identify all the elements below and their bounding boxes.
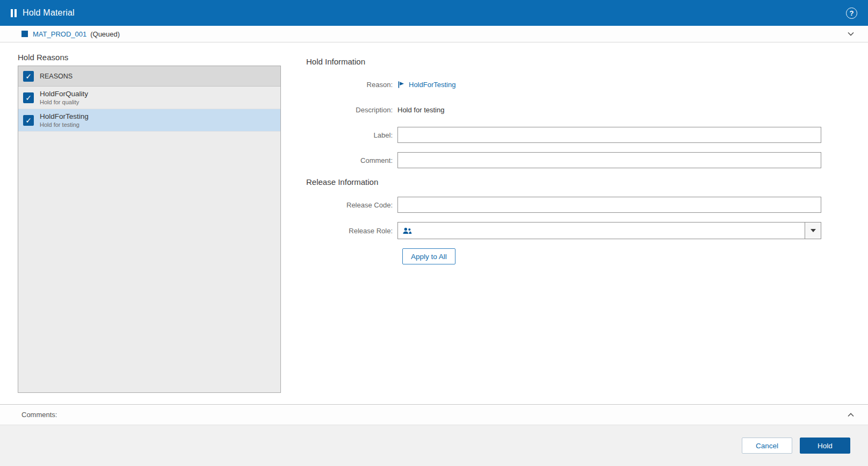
release-information-title: Release Information <box>306 177 868 187</box>
material-icon <box>21 31 28 37</box>
comment-row: Comment: <box>297 152 868 168</box>
pause-icon <box>11 9 17 17</box>
reason-label: Reason: <box>297 81 397 89</box>
help-icon[interactable]: ? <box>846 8 857 19</box>
check-icon: ✓ <box>25 94 32 102</box>
help-glyph: ? <box>850 9 854 17</box>
comments-bar: Comments: <box>0 404 868 425</box>
chevron-up-icon <box>847 411 855 419</box>
release-role-label: Release Role: <box>297 227 397 235</box>
material-status: (Queued) <box>90 30 120 38</box>
release-role-input[interactable] <box>414 223 805 239</box>
label-row: Label: <box>297 127 868 143</box>
description-label: Description: <box>297 106 397 114</box>
apply-row: Apply to All <box>402 248 868 264</box>
comments-label: Comments: <box>21 411 57 419</box>
material-link[interactable]: MAT_PROD_001 <box>33 30 86 38</box>
hold-details-panel: Hold Information Reason: HoldForTesting … <box>289 42 868 404</box>
hold-button[interactable]: Hold <box>800 438 850 454</box>
comment-input[interactable] <box>397 152 821 168</box>
release-role-dropdown-button[interactable] <box>805 223 821 239</box>
release-role-field <box>397 222 821 239</box>
chevron-down-icon <box>847 30 855 38</box>
reason-checkbox[interactable]: ✓ <box>23 115 34 126</box>
reason-description: Hold for quality <box>40 98 88 106</box>
reason-value-group: HoldForTesting <box>397 81 455 89</box>
release-code-label: Release Code: <box>297 201 397 209</box>
main-content: Hold Reasons ✓ REASONS ✓ HoldForQuality … <box>0 42 868 404</box>
description-row: Description: Hold for testing <box>297 102 868 118</box>
label-input[interactable] <box>397 127 821 143</box>
dropdown-arrow-icon <box>811 229 816 232</box>
comments-collapse-toggle[interactable] <box>847 411 855 419</box>
apply-to-all-button[interactable]: Apply to All <box>402 248 455 264</box>
reason-description: Hold for testing <box>40 121 89 128</box>
cancel-button[interactable]: Cancel <box>742 438 792 454</box>
hold-material-dialog: Hold Material ? MAT_PROD_001 (Queued) Ho… <box>0 0 868 466</box>
release-code-input[interactable] <box>397 197 821 213</box>
reasons-header-label: REASONS <box>40 73 73 80</box>
reason-name: HoldForTesting <box>40 112 89 121</box>
context-collapse-toggle[interactable] <box>847 30 855 38</box>
comment-label: Comment: <box>297 156 397 164</box>
check-icon: ✓ <box>25 73 32 80</box>
release-code-row: Release Code: <box>297 197 868 213</box>
reason-row-text: HoldForQuality Hold for quality <box>40 89 88 106</box>
check-icon: ✓ <box>25 117 32 124</box>
reason-row: Reason: HoldForTesting <box>297 76 868 92</box>
select-all-checkbox[interactable]: ✓ <box>23 71 34 82</box>
hold-reasons-panel: Hold Reasons ✓ REASONS ✓ HoldForQuality … <box>18 42 289 404</box>
description-value: Hold for testing <box>397 106 444 114</box>
label-label: Label: <box>297 131 397 139</box>
reason-value-link[interactable]: HoldForTesting <box>409 81 455 89</box>
reasons-list-header[interactable]: ✓ REASONS <box>18 66 280 87</box>
reason-row-holdforquality[interactable]: ✓ HoldForQuality Hold for quality <box>18 87 280 109</box>
release-role-row: Release Role: <box>297 222 868 239</box>
hold-reasons-label: Hold Reasons <box>18 53 289 62</box>
page-title: Hold Material <box>23 8 75 18</box>
people-icon <box>402 227 412 235</box>
reasons-list: ✓ REASONS ✓ HoldForQuality Hold for qual… <box>18 66 281 393</box>
footer-action-bar: Cancel Hold <box>0 425 868 466</box>
reason-checkbox[interactable]: ✓ <box>23 92 34 103</box>
title-bar: Hold Material ? <box>0 0 868 26</box>
flag-icon <box>397 81 406 89</box>
hold-information-title: Hold Information <box>306 57 868 66</box>
reason-row-holdfortesting[interactable]: ✓ HoldForTesting Hold for testing <box>18 109 280 132</box>
material-context-bar: MAT_PROD_001 (Queued) <box>0 26 868 42</box>
reason-name: HoldForQuality <box>40 89 88 99</box>
reason-row-text: HoldForTesting Hold for testing <box>40 112 89 129</box>
